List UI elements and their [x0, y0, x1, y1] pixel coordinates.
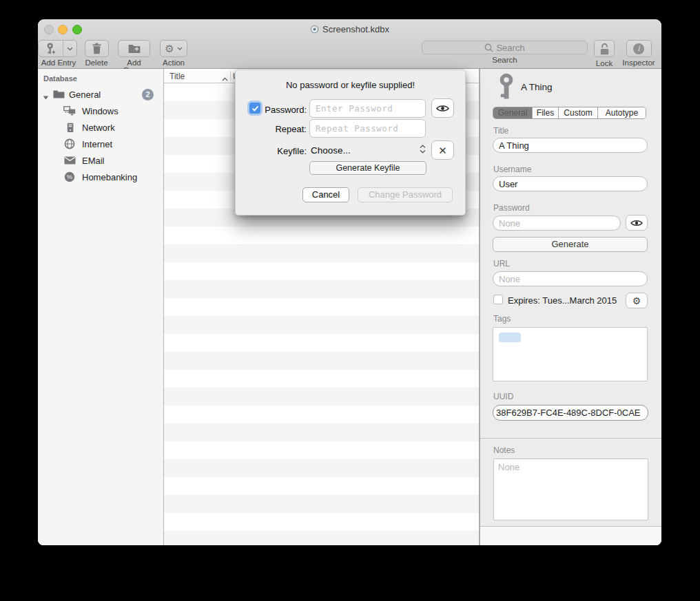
username-field-label: Username — [493, 165, 531, 174]
unlocked-padlock-icon — [599, 43, 610, 55]
dialog-message: No password or keyfile supplied! — [236, 80, 465, 90]
tab-files[interactable]: Files — [533, 107, 559, 118]
add-group-button[interactable] — [118, 40, 150, 57]
change-password-button[interactable]: Change Password — [358, 187, 453, 202]
search-label: Search — [422, 56, 588, 64]
sort-ascending-icon — [222, 74, 228, 83]
inspector-panel: A Thing General Files Custom Autotype Ti… — [480, 69, 661, 545]
column-title[interactable]: Title — [169, 72, 185, 81]
sidebar-item-windows[interactable]: Windows — [38, 103, 163, 120]
sidebar: Database General 2 Windows — [38, 69, 163, 545]
sidebar-section-header: Database — [43, 74, 77, 83]
sidebar-item-label: Windows — [82, 106, 119, 116]
action-button[interactable]: ⚙ — [160, 40, 187, 57]
sidebar-item-label: Internet — [82, 139, 112, 149]
sidebar-item-email[interactable]: EMail — [38, 153, 163, 169]
expires-label: Expires: Tues...March 2015 — [508, 295, 617, 306]
tab-general[interactable]: General — [493, 107, 533, 118]
tab-autotype[interactable]: Autotype — [598, 107, 646, 118]
password-field-label: Password — [493, 203, 530, 213]
window-chrome: Screenshot.kdbx Add Entry Dele — [38, 19, 661, 69]
workgroup-icon — [63, 106, 76, 118]
desktop: Screenshot.kdbx Add Entry Dele — [0, 0, 700, 601]
sidebar-item-label: General — [69, 89, 101, 100]
folder-icon — [53, 89, 65, 101]
title-field-label: Title — [493, 126, 508, 136]
checkmark-icon — [251, 105, 259, 112]
document-icon — [310, 25, 319, 36]
add-entry-button[interactable] — [38, 40, 77, 57]
stepper-icon[interactable] — [419, 144, 426, 157]
entry-title: A Thing — [521, 82, 553, 92]
inspector-button[interactable]: i — [626, 40, 652, 57]
chevron-down-icon — [177, 47, 183, 50]
generate-keyfile-button[interactable]: Generate Keyfile — [309, 161, 426, 175]
sidebar-item-network[interactable]: Network — [38, 120, 163, 136]
action-label: Action — [156, 59, 191, 67]
tags-label: Tags — [493, 314, 511, 324]
notes-label: Notes — [493, 445, 515, 455]
sidebar-item-homebanking[interactable]: % Homebanking — [38, 169, 163, 186]
key-plus-icon — [39, 41, 63, 56]
add-entry-label: Add Entry — [38, 59, 79, 67]
search-placeholder: Search — [496, 43, 524, 53]
expires-checkbox[interactable] — [493, 295, 503, 304]
envelope-icon — [64, 156, 76, 167]
expires-settings-button[interactable]: ⚙ — [626, 293, 648, 308]
password-field[interactable] — [493, 215, 621, 231]
reveal-password-button[interactable] — [431, 98, 454, 118]
column-divider[interactable] — [230, 71, 231, 81]
sidebar-item-label: Network — [82, 123, 115, 133]
inspector-tabs: General Files Custom Autotype — [493, 107, 646, 119]
sidebar-item-label: EMail — [82, 156, 105, 166]
search-group: Search Search — [422, 39, 588, 69]
enter-password-input[interactable] — [309, 99, 426, 118]
clear-keyfile-button[interactable]: ✕ — [431, 140, 454, 160]
gear-icon: ⚙ — [632, 296, 641, 306]
password-checkbox[interactable] — [249, 103, 260, 114]
svg-text:%: % — [67, 173, 73, 180]
delete-button[interactable] — [85, 40, 109, 57]
repeat-password-input[interactable] — [309, 119, 426, 138]
add-entry-dropdown[interactable] — [63, 41, 76, 56]
add-group-group: Add Group — [115, 39, 153, 69]
sidebar-item-label: Homebanking — [82, 172, 137, 182]
action-group: ⚙ Action — [156, 39, 191, 69]
repeat-label: Repeat: — [262, 124, 307, 134]
search-input[interactable]: Search — [422, 41, 588, 54]
notes-divider — [480, 438, 661, 439]
lock-button[interactable] — [594, 40, 615, 57]
server-icon — [65, 123, 76, 135]
chevron-down-icon — [67, 47, 73, 51]
delete-group: Delete — [79, 39, 114, 69]
cancel-button[interactable]: Cancel — [302, 187, 349, 202]
change-password-dialog: No password or keyfile supplied! Passwor… — [235, 70, 466, 215]
folder-plus-icon — [128, 44, 141, 54]
delete-label: Delete — [79, 59, 114, 67]
trash-icon — [92, 43, 102, 54]
tab-custom[interactable]: Custom — [559, 107, 598, 118]
disclosure-triangle-icon[interactable] — [43, 92, 49, 103]
keyfile-popup[interactable]: Choose... — [311, 145, 351, 156]
sidebar-item-general[interactable]: General 2 — [38, 87, 163, 103]
inspector-label: Inspector — [621, 59, 657, 67]
info-icon: i — [633, 43, 644, 54]
tags-box[interactable] — [493, 327, 648, 381]
notes-field[interactable] — [493, 458, 648, 520]
reveal-password-button[interactable] — [626, 215, 648, 231]
tag-pill[interactable] — [499, 333, 521, 342]
url-field[interactable] — [493, 271, 648, 286]
title-field[interactable] — [493, 138, 648, 153]
uuid-field[interactable]: 38F629B7-FC4E-489C-8DCF-0CAE — [493, 405, 648, 421]
globe-icon — [64, 138, 75, 151]
generate-password-button[interactable]: Generate — [493, 237, 648, 252]
uuid-label: UUID — [493, 392, 513, 401]
lock-group: Lock — [593, 39, 616, 69]
password-label: Password: — [262, 105, 307, 115]
keyfile-label: Keyfile: — [262, 146, 307, 156]
sidebar-item-internet[interactable]: Internet — [38, 136, 163, 153]
window-title-row: Screenshot.kdbx — [38, 24, 661, 36]
add-entry-group: Add Entry — [38, 39, 79, 69]
app-window: Screenshot.kdbx Add Entry Dele — [38, 19, 661, 545]
username-field[interactable] — [493, 176, 648, 191]
